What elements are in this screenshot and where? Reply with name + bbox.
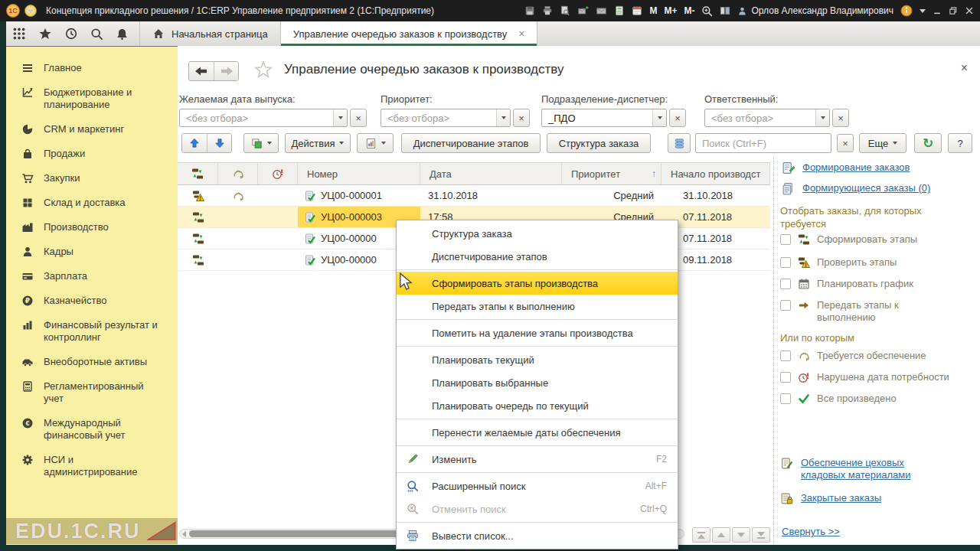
menu-item-output-list[interactable]: Вывести список... (397, 524, 678, 547)
mailbox-icon[interactable] (596, 5, 607, 16)
priority-filter[interactable]: <без отбора> (381, 109, 511, 127)
favorites-star-icon[interactable] (38, 27, 52, 41)
actions-button[interactable]: Действия (285, 133, 351, 153)
sidebar-item-crm[interactable]: CRM и маркетинг (6, 117, 178, 142)
sidebar-item-ifrs[interactable]: € Международный финансовый учет (6, 411, 178, 448)
calculator-icon[interactable] (614, 5, 625, 16)
tab-close-icon[interactable]: × (518, 28, 524, 40)
sidebar-item-assets[interactable]: Внеоборотные активы (6, 350, 178, 374)
form-orders-link[interactable]: Формирование заказов (782, 161, 910, 174)
sidebar-item-salary[interactable]: Зарплата (6, 264, 178, 289)
split-window-icon[interactable] (720, 5, 730, 16)
shop-supply-link[interactable]: Обеспечение цеховых кладовых материалами (780, 457, 956, 481)
menu-item-move-supply-dates[interactable]: Перенести желаемые даты обеспечения (397, 421, 678, 444)
sidebar-item-budgeting[interactable]: Бюджетирование и планирование (6, 80, 178, 117)
closed-orders-link[interactable]: Закрытые заказы (780, 492, 881, 505)
dispatcher-filter[interactable]: _ПДО (541, 109, 667, 127)
menu-item-plan-queue[interactable]: Планировать очередь по текущий (397, 394, 678, 417)
close-button[interactable] (965, 6, 974, 15)
checkbox[interactable] (780, 300, 791, 311)
print-icon[interactable] (542, 5, 553, 16)
checkbox[interactable] (780, 372, 791, 383)
send-message-icon[interactable] (577, 5, 589, 16)
move-up-button[interactable] (182, 134, 207, 152)
checkbox-all-produced[interactable]: Все произведено (780, 393, 897, 405)
reports-split-button[interactable] (357, 133, 394, 153)
memory-m-button[interactable]: M (649, 5, 657, 16)
sidebar-item-warehouse[interactable]: Склад и доставка (6, 191, 178, 215)
table-row[interactable]: УЦ00-000001 31.10.2018 Средний 31.10.201… (178, 185, 770, 207)
search-icon[interactable] (90, 28, 103, 41)
first-page-button[interactable] (692, 527, 710, 543)
1c-logo-icon[interactable]: 1С (6, 4, 20, 18)
menu-item-form-stages[interactable]: Сформировать этапы производства (397, 272, 678, 295)
sidebar-item-regulated[interactable]: Регламентированный учет (6, 374, 178, 411)
menu-item-order-structure[interactable]: Структура заказа (397, 222, 678, 245)
menu-item-plan-current[interactable]: Планировать текущий (397, 348, 678, 371)
system-menu-button[interactable] (24, 5, 37, 17)
forming-orders-link[interactable]: Формирующиеся заказы (0) (782, 182, 930, 195)
dropdown-button[interactable] (496, 109, 510, 126)
calendar-icon[interactable] (632, 5, 642, 16)
checkbox[interactable] (780, 279, 791, 289)
restore-button[interactable] (949, 6, 958, 15)
dropdown-button[interactable] (652, 109, 666, 126)
responsible-filter[interactable]: <без отбора> (704, 109, 830, 127)
move-down-button[interactable] (207, 134, 231, 152)
current-user[interactable]: Орлов Александр Владимирович (737, 5, 893, 16)
menu-item-dispatch-stages[interactable]: Диспетчирование этапов (397, 245, 678, 268)
dropdown-button[interactable] (333, 109, 347, 126)
more-button[interactable]: Еще (859, 133, 906, 153)
dispatch-stages-button[interactable]: Диспетчирование этапов (401, 133, 541, 153)
forward-button[interactable] (214, 62, 238, 80)
clear-filter-button[interactable]: × (350, 109, 367, 127)
back-button[interactable] (189, 62, 214, 80)
column-stages[interactable] (178, 163, 218, 184)
prev-page-button[interactable] (712, 527, 730, 543)
column-number[interactable]: Номер (298, 163, 420, 184)
column-priority[interactable]: Приоритет↑ (562, 163, 662, 184)
sidebar-item-admin[interactable]: НСИ и администрирование (6, 448, 178, 484)
checkbox[interactable] (780, 350, 791, 361)
history-icon[interactable] (64, 27, 78, 41)
search-input[interactable] (696, 134, 831, 152)
sidebar-item-purchases[interactable]: Закупки (6, 166, 178, 191)
checkbox[interactable] (780, 257, 791, 268)
memory-m-plus-button[interactable]: M+ (664, 5, 677, 16)
refresh-button[interactable]: ↻ (914, 133, 942, 153)
column-supply[interactable] (218, 163, 258, 184)
checkbox-transfer-stages[interactable]: Передать этапы к выполнению (780, 299, 956, 324)
apps-menu-icon[interactable] (12, 27, 26, 41)
add-favorite-star-icon[interactable] (254, 60, 273, 79)
sidebar-item-hr[interactable]: Кадры (6, 240, 178, 264)
collapse-panel-link[interactable]: Свернуть >> (782, 526, 840, 537)
zoom-icon[interactable] (701, 5, 713, 17)
info-icon[interactable] (900, 5, 913, 17)
sidebar-item-production[interactable]: Производство (6, 215, 178, 240)
menu-item-edit[interactable]: Изменить F2 (397, 448, 678, 471)
checkbox-check-stages[interactable]: Проверить этапы (780, 256, 897, 269)
checkbox-form-stages[interactable]: Сформировать этапы (780, 233, 917, 246)
clear-filter-button[interactable]: × (513, 109, 530, 127)
checkbox-plan-schedule[interactable]: Планировать график (780, 278, 913, 290)
scroll-left-icon[interactable] (182, 531, 186, 537)
list-view-button[interactable] (668, 133, 691, 153)
tab-home[interactable]: Начальная страница (139, 21, 280, 46)
notifications-bell-icon[interactable] (116, 28, 129, 41)
tab-order-queue[interactable]: Управление очередью заказов к производст… (280, 21, 538, 46)
dropdown-button[interactable] (815, 109, 829, 126)
last-page-button[interactable] (752, 527, 770, 543)
checkbox-supply-needed[interactable]: Требуется обеспечение (780, 350, 926, 362)
desired-date-filter[interactable]: <без отбора> (179, 109, 348, 127)
order-structure-button[interactable]: Структура заказа (547, 133, 651, 153)
sidebar-item-sales[interactable]: Продажи (6, 142, 178, 166)
print-preview-icon[interactable] (560, 5, 570, 16)
checkbox-date-violated[interactable]: Нарушена дата потребности (780, 371, 949, 383)
form-close-icon[interactable]: × (961, 61, 968, 75)
chevron-down-icon[interactable] (920, 9, 926, 13)
menu-item-plan-selected[interactable]: Планировать выбранные (397, 371, 678, 394)
copy-split-button[interactable] (243, 133, 279, 153)
clear-filter-button[interactable]: × (669, 109, 686, 127)
next-page-button[interactable] (732, 527, 750, 543)
checkbox[interactable] (780, 234, 791, 245)
